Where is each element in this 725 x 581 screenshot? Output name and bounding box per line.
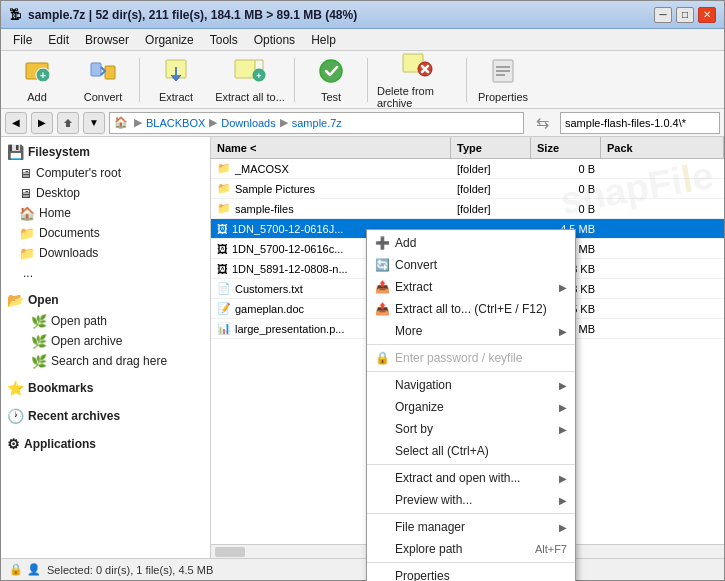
sidebar-open-section[interactable]: 📂 Open	[1, 289, 210, 311]
table-row[interactable]: 📁 _MACOSX [folder] 0 B	[211, 159, 724, 179]
ctx-item-arrow: ▶	[559, 380, 567, 391]
col-type-header[interactable]: Type	[451, 137, 531, 158]
delete-button[interactable]: Delete from archive	[372, 54, 462, 106]
ctx-item-label: File manager	[395, 520, 559, 534]
svg-rect-3	[91, 63, 101, 76]
file-icon: 🖼	[217, 223, 228, 235]
down-button[interactable]: ▼	[83, 112, 105, 134]
context-menu-item-preview-with[interactable]: Preview with... ▶	[367, 489, 575, 511]
ctx-item-icon: 📤	[375, 280, 395, 294]
bookmarks-icon: ⭐	[7, 380, 24, 396]
add-button[interactable]: + Add	[5, 54, 69, 106]
context-menu-item-convert[interactable]: 🔄 Convert	[367, 254, 575, 276]
context-menu-item-select-all-ctrl-a[interactable]: Select all (Ctrl+A)	[367, 440, 575, 462]
svg-text:+: +	[256, 71, 261, 81]
context-menu-item-explore-path[interactable]: Explore path Alt+F7	[367, 538, 575, 560]
context-menu-item-navigation[interactable]: Navigation ▶	[367, 374, 575, 396]
breadcrumb-blackbox[interactable]: BLACKBOX	[146, 117, 205, 129]
context-menu-item-extract-all-to-ctrl-e-f12[interactable]: 📤 Extract all to... (Ctrl+E / F12)	[367, 298, 575, 320]
breadcrumb-file[interactable]: sample.7z	[292, 117, 342, 129]
sidebar-recent-section[interactable]: 🕐 Recent archives	[1, 405, 210, 427]
sidebar-search-drag[interactable]: 🌿 Search and drag here	[1, 351, 210, 371]
context-menu-item-more[interactable]: More ▶	[367, 320, 575, 342]
extract-button[interactable]: Extract	[144, 54, 208, 106]
toolbar-sep-4	[466, 58, 467, 102]
file-icon: 🖼	[217, 263, 228, 275]
convert-button[interactable]: Convert	[71, 54, 135, 106]
col-name-header[interactable]: Name <	[211, 137, 451, 158]
context-menu-item-extract[interactable]: 📤 Extract ▶	[367, 276, 575, 298]
svg-rect-7	[235, 60, 255, 78]
sidebar-ellipsis[interactable]: ...	[1, 263, 210, 283]
context-menu-item-sort-by[interactable]: Sort by ▶	[367, 418, 575, 440]
context-menu-separator	[367, 371, 575, 372]
file-icon: 📊	[217, 322, 231, 335]
context-menu-separator	[367, 513, 575, 514]
context-menu-item-organize[interactable]: Organize ▶	[367, 396, 575, 418]
file-size-cell: 0 B	[531, 203, 601, 215]
ctx-item-arrow: ▶	[559, 522, 567, 533]
open-path-icon: 🌿	[31, 314, 47, 329]
ctx-item-icon: 📤	[375, 302, 395, 316]
desktop-icon: 🖥	[19, 186, 32, 201]
sidebar-applications-section[interactable]: ⚙ Applications	[1, 433, 210, 455]
context-menu-item-add[interactable]: ➕ Add	[367, 232, 575, 254]
search-box[interactable]	[560, 112, 720, 134]
sidebar-home[interactable]: 🏠 Home	[1, 203, 210, 223]
context-menu-item-file-manager[interactable]: File manager ▶	[367, 516, 575, 538]
file-list-header: Name < Type Size Pack	[211, 137, 724, 159]
context-menu-item-enter-password-keyfile: 🔒 Enter password / keyfile	[367, 347, 575, 369]
toolbar: + Add Convert	[1, 51, 724, 109]
sidebar-computer-root[interactable]: 🖥 Computer's root	[1, 163, 210, 183]
test-button[interactable]: Test	[299, 54, 363, 106]
menu-file[interactable]: File	[5, 31, 40, 49]
sidebar-desktop[interactable]: 🖥 Desktop	[1, 183, 210, 203]
minimize-button[interactable]: ─	[654, 7, 672, 23]
menu-options[interactable]: Options	[246, 31, 303, 49]
col-size-header[interactable]: Size	[531, 137, 601, 158]
sidebar-open-path[interactable]: 🌿 Open path	[1, 311, 210, 331]
search-input[interactable]	[565, 117, 715, 129]
table-row[interactable]: 📁 Sample Pictures [folder] 0 B	[211, 179, 724, 199]
breadcrumb-downloads[interactable]: Downloads	[221, 117, 275, 129]
menu-tools[interactable]: Tools	[202, 31, 246, 49]
sidebar-bookmarks-section[interactable]: ⭐ Bookmarks	[1, 377, 210, 399]
window-title: sample.7z | 52 dir(s), 211 file(s), 184.…	[28, 8, 357, 22]
address-path[interactable]: 🏠 ▶ BLACKBOX ▶ Downloads ▶ sample.7z	[109, 112, 524, 134]
svg-point-10	[320, 60, 342, 82]
title-bar: 🗜 sample.7z | 52 dir(s), 211 file(s), 18…	[1, 1, 724, 29]
file-name-cell: 📁 _MACOSX	[211, 162, 451, 175]
lock-icon: 🔒	[9, 563, 23, 576]
main-content: 💾 Filesystem 🖥 Computer's root 🖥 Desktop…	[1, 137, 724, 558]
menu-help[interactable]: Help	[303, 31, 344, 49]
extract-icon	[162, 57, 190, 89]
sidebar-filesystem[interactable]: 💾 Filesystem	[1, 141, 210, 163]
user-icon: 👤	[27, 563, 41, 576]
delete-icon	[401, 51, 433, 83]
recent-icon: 🕐	[7, 408, 24, 424]
file-icon: 📄	[217, 282, 231, 295]
context-menu-item-properties[interactable]: Properties	[367, 565, 575, 581]
forward-button[interactable]: ▶	[31, 112, 53, 134]
context-menu-item-extract-and-open-with[interactable]: Extract and open with... ▶	[367, 467, 575, 489]
back-button[interactable]: ◀	[5, 112, 27, 134]
close-button[interactable]: ✕	[698, 7, 716, 23]
downloads-icon: 📁	[19, 246, 35, 261]
properties-button[interactable]: Properties	[471, 54, 535, 106]
file-size-cell: 0 B	[531, 183, 601, 195]
extract-all-button[interactable]: + Extract all to...	[210, 54, 290, 106]
menu-edit[interactable]: Edit	[40, 31, 77, 49]
table-row[interactable]: 📁 sample-files [folder] 0 B	[211, 199, 724, 219]
up-button[interactable]	[57, 112, 79, 134]
menu-organize[interactable]: Organize	[137, 31, 202, 49]
col-packed-header[interactable]: Pack	[601, 137, 724, 158]
sidebar-downloads[interactable]: 📁 Downloads	[1, 243, 210, 263]
ctx-item-arrow: ▶	[559, 402, 567, 413]
open-archive-icon: 🌿	[31, 334, 47, 349]
context-menu: ➕ Add 🔄 Convert 📤 Extract ▶ 📤 Extract al…	[366, 229, 576, 581]
ctx-item-icon: 🔒	[375, 351, 395, 365]
maximize-button[interactable]: □	[676, 7, 694, 23]
sidebar-open-archive[interactable]: 🌿 Open archive	[1, 331, 210, 351]
sidebar-documents[interactable]: 📁 Documents	[1, 223, 210, 243]
menu-browser[interactable]: Browser	[77, 31, 137, 49]
